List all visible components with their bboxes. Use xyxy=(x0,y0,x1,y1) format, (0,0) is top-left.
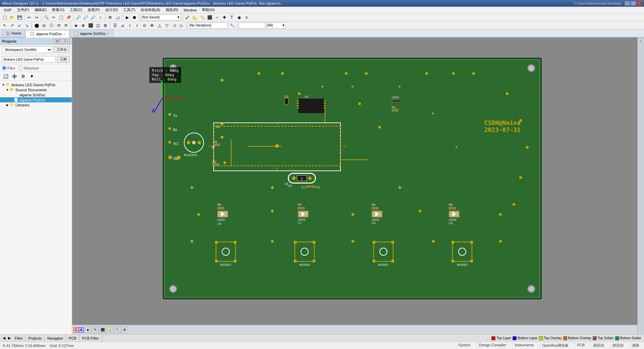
toolbar-icon-2[interactable]: 📂 xyxy=(9,14,15,21)
toolbar2-icon-11[interactable]: ⊕ xyxy=(80,22,87,29)
menu-place[interactable]: 放置(P) xyxy=(85,7,103,13)
toolbar2-icon-7[interactable]: ☐ xyxy=(48,22,55,29)
layer-toplayer[interactable]: Top Layer xyxy=(491,336,511,340)
toolbar-icon-12[interactable]: 🔎 xyxy=(90,14,96,21)
project-button[interactable]: 工程 xyxy=(57,56,70,63)
status-layer2[interactable]: 拼层别 xyxy=(610,343,626,348)
toolbar-icon-24[interactable]: T xyxy=(228,14,235,21)
toolbar2-icon-2[interactable]: ↗ xyxy=(9,22,15,29)
layer-bottomsolder[interactable]: Bottom Solder xyxy=(615,336,641,340)
menu-dxp[interactable]: DXP xyxy=(1,7,14,13)
sidebar-minimize[interactable]: − xyxy=(60,39,64,44)
menu-design[interactable]: 设计(D) xyxy=(103,7,120,13)
toolbar2-icon-10[interactable]: ◈ xyxy=(72,22,79,29)
bb-tab-pcbfilter[interactable]: PCB Filter xyxy=(79,335,102,342)
files-radio[interactable] xyxy=(2,66,6,70)
toolbar2-icon-15[interactable]: ☰ xyxy=(112,22,118,29)
toolbar2-icon-8[interactable]: ⟲ xyxy=(55,22,62,29)
sidebar-refresh-icon[interactable]: 🔄 xyxy=(2,72,9,80)
status-system[interactable]: System xyxy=(456,343,473,348)
toolbar-icon-6[interactable]: 🔍 xyxy=(43,14,50,21)
menu-report[interactable]: 报告(R) xyxy=(163,7,181,13)
all-dropdown[interactable]: (All)▼ xyxy=(266,22,286,29)
tab-pcbdoc[interactable]: 📋 algame.PcbDoc × xyxy=(25,30,69,38)
sidebar-pin[interactable]: 📌 xyxy=(54,39,59,44)
toolbar-icon-11[interactable]: 🔎 xyxy=(82,14,89,21)
toolbar2-icon-12[interactable]: ⬛ xyxy=(87,22,94,29)
menu-edit[interactable]: 编辑(E) xyxy=(32,7,50,13)
toolbar2-icon-23[interactable]: ◁ xyxy=(171,22,177,29)
toolbar-icon-19[interactable]: 📐 xyxy=(192,14,198,21)
toolbar-icon-10[interactable]: 🔎 xyxy=(75,14,82,21)
menu-window[interactable]: Window xyxy=(181,7,199,13)
toolbar-icon-18[interactable]: 🖊 xyxy=(184,14,191,21)
toolbar-icon-16[interactable]: ▶ xyxy=(124,14,130,21)
toolbar2-icon-21[interactable]: △ xyxy=(156,22,163,29)
toolbar-icon-21[interactable]: ⬛ xyxy=(206,14,213,21)
toolbar2-icon-6[interactable]: ◎ xyxy=(41,22,47,29)
menu-tools[interactable]: 工具(T) xyxy=(120,7,138,13)
toolbar2-icon-3[interactable]: ↙ xyxy=(16,22,23,29)
toolbar2-icon-14[interactable]: ⊞ xyxy=(102,22,109,29)
toolbar2-icon-18[interactable]: ⟭ xyxy=(134,22,141,29)
snap-icon-2[interactable]: ✎ xyxy=(92,327,99,333)
menu-autoroute[interactable]: 自动布线(A) xyxy=(138,7,163,13)
toolbar-icon-26[interactable]: ≡ xyxy=(243,14,250,21)
toolbar2-icon-5[interactable]: ⬤ xyxy=(33,22,40,29)
variations-input[interactable] xyxy=(188,22,228,29)
layer-topsolder[interactable]: Top Solder xyxy=(593,336,614,340)
tree-pcbdoc[interactable]: 📄 algame.PcbDoc xyxy=(0,97,72,102)
status-design-compiler[interactable]: Design Compiler xyxy=(477,343,508,348)
toolbar2-icon-17[interactable]: ⟬ xyxy=(126,22,133,29)
toolbar-icon-9[interactable]: 📌 xyxy=(65,14,72,21)
toolbar-icon-13[interactable]: ↕ xyxy=(97,14,104,21)
toolbar2-icon-13[interactable]: ◫ xyxy=(95,22,101,29)
toolbar-icon-5[interactable]: ↪ xyxy=(33,14,40,21)
rp-item-1[interactable]: Ir xyxy=(638,39,643,44)
status-openbus[interactable]: OpenBus调色板 xyxy=(540,343,571,348)
maximize-button[interactable]: □ xyxy=(631,1,636,6)
toolbar-icon-17[interactable]: ⏹ xyxy=(131,14,138,21)
bb-tab-pcb[interactable]: PCB xyxy=(66,335,79,342)
sidebar-close[interactable]: × xyxy=(65,39,70,44)
toolbar-icon-8[interactable]: 📋 xyxy=(58,14,64,21)
layer-topoverlay[interactable]: Top Overlay xyxy=(539,336,562,340)
snap-icon-6[interactable]: ⚙ xyxy=(121,327,128,333)
toolbar-icon-22[interactable]: ○ xyxy=(214,14,220,21)
bottom-prev-icon[interactable]: ◀ xyxy=(1,336,7,341)
tree-source-docs[interactable]: ▼ 📂 Source Documents xyxy=(0,87,72,92)
sidebar-add-icon[interactable]: ➕ xyxy=(11,72,18,80)
tree-schdoc[interactable]: 📄 algame.SchDoc xyxy=(0,92,72,97)
bb-tab-files[interactable]: Files xyxy=(12,335,25,342)
status-layer1[interactable]: 调层别 xyxy=(591,343,606,348)
workspace-button[interactable]: 工作台 xyxy=(54,46,70,53)
toolbar-icon-20[interactable]: 📏 xyxy=(199,14,206,21)
toolbar-icon-1[interactable]: 📋 xyxy=(1,14,8,21)
toolbar-icon-3[interactable]: 💾 xyxy=(16,14,23,21)
bottom-next-icon[interactable]: ▶ xyxy=(7,336,12,341)
pcb-board[interactable]: TX RX VCC GND xyxy=(163,58,542,299)
menu-view[interactable]: 察看(V) xyxy=(49,7,67,13)
tree-libraries[interactable]: ▶ 📁 Libraries xyxy=(0,102,72,107)
layer-bottomlayer[interactable]: Bottom Layer xyxy=(513,336,537,340)
tree-project[interactable]: ▼ 📁 Arduino LED Game.PrjPcb xyxy=(0,82,72,87)
status-pcb[interactable]: PCB xyxy=(575,343,587,348)
filter-input[interactable] xyxy=(238,22,265,29)
bb-tab-navigator[interactable]: Navigator xyxy=(45,335,66,342)
toolbar2-icon-19[interactable]: ⊙ xyxy=(141,22,148,29)
toolbar2-icon-1[interactable]: ↖ xyxy=(1,22,8,29)
tab-home[interactable]: 🏠 Home xyxy=(1,30,25,37)
files-tab[interactable]: Files xyxy=(2,66,15,70)
structure-radio[interactable] xyxy=(18,66,23,70)
tab-schdoc[interactable]: 📋 algame.SchDoc × xyxy=(69,30,113,37)
toolbar-icon-14[interactable]: ⚙ xyxy=(107,14,113,21)
workspace-dropdown[interactable]: Workspace1.DsnWrk xyxy=(2,46,52,53)
minimize-button[interactable]: − xyxy=(625,1,630,6)
toolbar2-icon-24[interactable]: ▷ xyxy=(178,22,185,29)
toolbar-icon-25[interactable]: ◉ xyxy=(236,14,243,21)
structure-tab[interactable]: Structure xyxy=(18,66,39,70)
status-clear[interactable]: 清除 xyxy=(630,343,641,348)
toolbar2-icon-22[interactable]: ▽ xyxy=(163,22,170,29)
status-instruments[interactable]: Instruments xyxy=(512,343,536,348)
layer-bottomoverlay[interactable]: Bottom Overlay xyxy=(563,336,591,340)
